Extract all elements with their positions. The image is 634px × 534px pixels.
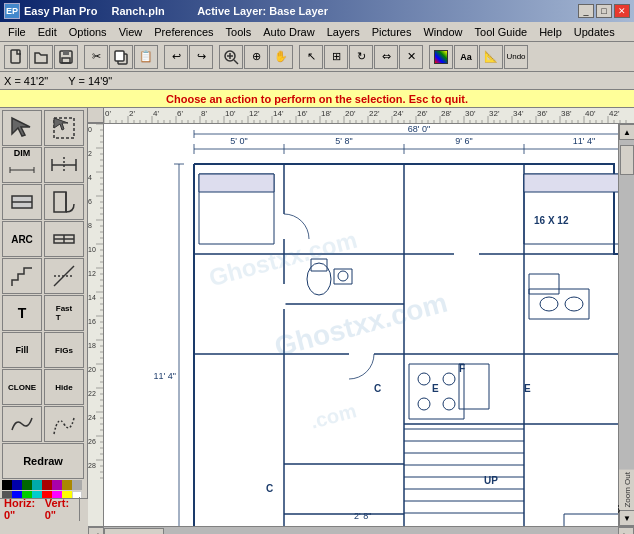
canvas-row: Ghostxx.com Ghostxx.com .com ▲ Zoom Out … [88,124,634,526]
menu-view[interactable]: View [113,24,149,40]
open-button[interactable] [29,45,53,69]
message-text: Choose an action to perform on the selec… [166,93,468,105]
horiz-status: Horiz: 0" [4,497,37,521]
arc-label: ARC [11,234,33,245]
menu-options[interactable]: Options [63,24,113,40]
file-name: Ranch.pln [112,5,165,17]
y-coord: Y = 14'9" [68,75,112,87]
minimize-button[interactable]: _ [578,4,594,18]
window-tool[interactable] [44,221,84,257]
color-teal[interactable] [32,480,42,490]
horizontal-scrollbar[interactable]: ◄ ► [88,526,634,534]
select-button[interactable]: ↖ [299,45,323,69]
figs-tool[interactable]: FIGs [44,332,84,368]
active-layer: Active Layer: Base Layer [197,5,328,17]
text-size-button[interactable]: Aa [454,45,478,69]
sep4 [294,45,298,69]
vert-status: Vert: 0" [45,497,73,521]
redraw-button[interactable]: Redraw [2,443,84,479]
scroll-track-h[interactable] [104,527,618,534]
delete-button[interactable]: ✕ [399,45,423,69]
maximize-button[interactable]: □ [596,4,612,18]
menu-layers[interactable]: Layers [321,24,366,40]
color-gray[interactable] [72,480,82,490]
color-brown[interactable] [62,480,72,490]
menu-autodraw[interactable]: Auto Draw [257,24,320,40]
title-text: EP Easy Plan Pro Ranch.pln Active Layer:… [4,3,328,19]
scroll-left-button[interactable]: ◄ [88,527,104,534]
undo2-button[interactable]: Undo [504,45,528,69]
scroll-thumb-h[interactable] [104,528,164,534]
left-toolbar: DIM [0,108,88,498]
fill-tool[interactable]: Fill [2,332,42,368]
zoom-fit-button[interactable]: ⊕ [244,45,268,69]
undo-button[interactable]: ↩ [164,45,188,69]
line-tool[interactable] [44,258,84,294]
terrain-tool[interactable] [2,406,42,442]
arc-tool[interactable]: ARC [2,221,42,257]
freehand-tool[interactable] [44,406,84,442]
redo-button[interactable]: ↪ [189,45,213,69]
menu-pictures[interactable]: Pictures [366,24,418,40]
color-navy[interactable] [12,480,22,490]
left-ruler [88,124,104,526]
snap-button[interactable]: 📐 [479,45,503,69]
main-canvas [104,124,618,526]
paste-button[interactable]: 📋 [134,45,158,69]
menu-tools[interactable]: Tools [220,24,258,40]
svg-line-7 [234,60,238,64]
color-black[interactable] [2,480,12,490]
color-purple[interactable] [52,480,62,490]
menu-edit[interactable]: Edit [32,24,63,40]
ruler-top-marks [104,108,634,123]
zoom-out-label: Zoom Out [619,470,634,510]
arrow-tool[interactable] [2,110,42,146]
menu-preferences[interactable]: Preferences [148,24,219,40]
move-button[interactable]: ⊞ [324,45,348,69]
coord-bar: X = 41'2" Y = 14'9" [0,72,634,90]
text-tool[interactable]: T [2,295,42,331]
menu-help[interactable]: Help [533,24,568,40]
color-button[interactable] [429,45,453,69]
app-icon: EP [4,3,20,19]
toolbar: ✂ 📋 ↩ ↪ ⊕ ✋ ↖ ⊞ ↻ ⇔ ✕ Aa 📐 Undo [0,42,634,72]
scroll-right-button[interactable]: ► [618,527,634,534]
pan-button[interactable]: ✋ [269,45,293,69]
menu-toolguide[interactable]: Tool Guide [469,24,534,40]
new-button[interactable] [4,45,28,69]
scroll-thumb-v[interactable] [620,145,634,175]
vertical-scrollbar[interactable]: ▲ Zoom Out ▼ [618,124,634,526]
menu-window[interactable]: Window [417,24,468,40]
rotate-button[interactable]: ↻ [349,45,373,69]
svg-marker-12 [54,118,68,130]
dim-label: DIM [14,148,31,158]
wall-tool[interactable] [2,184,42,220]
svg-rect-3 [62,58,70,63]
mirror-button[interactable]: ⇔ [374,45,398,69]
color-green[interactable] [22,480,32,490]
sep1 [79,45,83,69]
zoom-in-button[interactable] [219,45,243,69]
clone-tool[interactable]: CLONE [2,369,42,405]
drawing-canvas-area[interactable]: Ghostxx.com Ghostxx.com .com [104,124,618,526]
scroll-track-v[interactable] [619,140,634,470]
cut-button[interactable]: ✂ [84,45,108,69]
coords-status: Horiz: 0" Vert: 0" [4,497,80,521]
color-red[interactable] [42,480,52,490]
hide-tool[interactable]: Hide [44,369,84,405]
sep3 [214,45,218,69]
close-button[interactable]: ✕ [614,4,630,18]
copy-button[interactable] [109,45,133,69]
svg-rect-0 [11,50,20,63]
door-tool[interactable] [44,184,84,220]
dimension-tool[interactable] [44,147,84,183]
scroll-up-button[interactable]: ▲ [619,124,634,140]
menu-file[interactable]: File [2,24,32,40]
dim-tool[interactable]: DIM [2,147,42,183]
ruler-corner [88,108,104,123]
save-button[interactable] [54,45,78,69]
select-box-tool[interactable] [44,110,84,146]
fast-text-tool[interactable]: FastT [44,295,84,331]
menu-updates[interactable]: Updates [568,24,621,40]
stair-tool[interactable] [2,258,42,294]
